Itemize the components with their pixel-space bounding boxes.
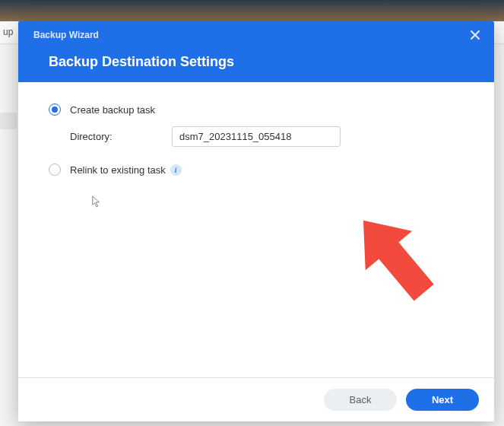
modal-footer: Back Next xyxy=(18,377,494,421)
info-icon[interactable]: i xyxy=(170,164,182,176)
arrow-pointer-icon xyxy=(339,202,453,316)
background-tab-fragment: up xyxy=(0,21,18,44)
option-create-backup[interactable]: Create backup task xyxy=(49,103,470,116)
radio-relink-task[interactable] xyxy=(49,164,61,176)
modal-header: Backup Wizard Backup Destination Setting… xyxy=(18,21,494,82)
next-button[interactable]: Next xyxy=(406,389,479,411)
cursor-icon xyxy=(91,195,102,208)
backup-wizard-modal: Backup Wizard Backup Destination Setting… xyxy=(18,21,494,421)
modal-body: Create backup task Directory: Relink to … xyxy=(18,82,494,377)
option-relink-label: Relink to existing task xyxy=(70,164,166,176)
modal-title-large: Backup Destination Settings xyxy=(49,54,479,70)
directory-input[interactable] xyxy=(172,126,341,147)
close-button[interactable] xyxy=(467,28,483,45)
modal-title-small: Backup Wizard xyxy=(33,30,479,40)
directory-row: Directory: xyxy=(70,126,470,147)
background-sidebar-item xyxy=(0,113,17,129)
directory-label: Directory: xyxy=(70,131,172,142)
background-tab-right xyxy=(493,21,504,44)
option-relink-task[interactable]: Relink to existing task i xyxy=(49,164,470,176)
background-banner xyxy=(0,0,504,21)
option-create-label: Create backup task xyxy=(70,104,155,116)
radio-create-backup[interactable] xyxy=(49,103,61,116)
close-icon xyxy=(470,30,480,40)
back-button[interactable]: Back xyxy=(324,389,397,411)
